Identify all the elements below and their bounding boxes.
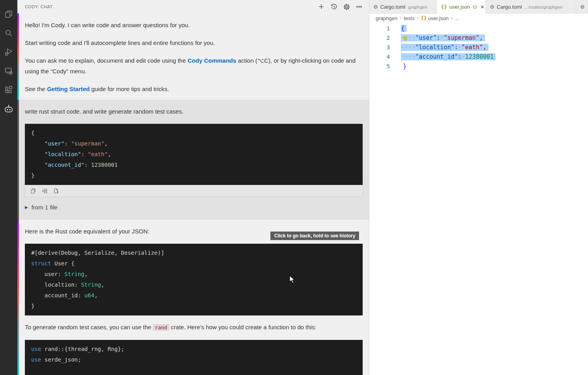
assistant-message-response: Here is the Rust code equivalent of your… [17,220,369,375]
breadcrumb-user-json[interactable]: {} user.json [421,15,449,21]
git-untracked-badge: U [473,4,477,10]
cody-chat-panel: CODY: CHAT Hello! I'm Cody. I can write … [17,0,369,375]
search-icon[interactable] [0,24,17,43]
line-number: 4 [369,52,401,62]
settings-gear-icon[interactable] [342,2,351,11]
assistant-message-intro: Hello! I'm Cody. I can write code and an… [17,13,369,100]
line-number: 3 [369,43,401,52]
history-icon[interactable] [330,2,338,11]
editor-line-3[interactable]: 3 ····"localtion":·"eath", [369,43,588,52]
json-file-icon: {} [421,15,426,21]
editor-content[interactable]: 1 { 2 ····"user":·"superman", 3 ····"loc… [369,22,588,375]
tab-user-json[interactable]: {} user.json U ✕ [437,0,486,14]
save-to-new-file-icon[interactable] [52,187,60,195]
inline-link[interactable]: Getting Started [47,86,90,92]
tab-partial[interactable]: ⚙ [576,0,588,14]
json-file-icon: {} [441,4,447,10]
code-block-toolbar [25,185,363,197]
mouse-cursor [289,275,297,285]
rust-code-block: #[derive(Debug, Serialize, Deserialize)]… [25,244,363,315]
copy-code-icon[interactable] [29,187,37,195]
breadcrumb-graphgen[interactable]: graphgen [376,15,397,21]
editor-group: ⚙ Cargo.toml graphgen {} user.json U ✕ ⚙… [369,0,588,375]
more-actions-icon[interactable] [355,2,363,11]
run-and-debug-icon[interactable] [0,43,17,62]
context-files-expander[interactable]: ▶ from 1 file [25,202,363,213]
chevron-right-icon: › [451,15,453,21]
tab-cargo-toml-graphgen[interactable]: ⚙ Cargo.toml graphgen [369,0,437,14]
tab-cargo-toml-crates[interactable]: ⚙ Cargo.toml .../crates/graphgen [486,0,576,14]
chat-panel-title: CODY: CHAT [25,4,317,9]
navigate-back-tooltip: Click to go back, hold to see history [270,231,359,240]
expander-label: from 1 file [32,202,58,213]
close-tab-icon[interactable]: ✕ [480,4,484,10]
insert-at-cursor-icon[interactable] [41,187,49,195]
breadcrumb-tests[interactable]: tests [404,15,414,21]
line-number: 2 [369,33,401,43]
chevron-right-icon: › [417,15,418,21]
inline-code: rand [153,324,169,331]
response-paragraph-2: To generate random test cases, you can u… [25,322,363,333]
cargo-toml-icon: ⚙ [580,4,585,10]
intro-paragraph-4: See the Getting Started guide for more t… [25,84,363,94]
chat-panel-header: CODY: CHAT [17,0,369,13]
inline-link[interactable]: Cody Commands [187,57,236,64]
intro-paragraph-2: Start writing code and I'll autocomplete… [25,37,363,48]
chevron-right-icon: › [400,15,401,21]
editor-line-2[interactable]: 2 ····"user":·"superman", [369,33,588,43]
line-number: 1 [369,24,401,33]
new-chat-icon[interactable] [317,2,326,11]
cargo-toml-icon: ⚙ [490,4,494,10]
breadcrumb-symbol-ellipsis[interactable]: ... [455,15,459,21]
intro-paragraph-3: You can ask me to explain, document and … [25,55,363,76]
rand-code-block: use rand::{thread_rng, Rng}; use serde_j… [25,340,363,375]
intro-paragraph-1: Hello! I'm Cody. I can write code and an… [25,20,363,30]
cargo-toml-icon: ⚙ [373,4,378,10]
lightbulb-code-action-icon[interactable] [403,35,408,41]
line-number: 5 [369,62,401,71]
expander-arrow-icon: ▶ [25,202,28,213]
activity-bar [0,0,17,375]
cody-icon[interactable] [0,99,17,118]
human-message: write rust struct code. and write genera… [17,100,369,220]
editor-line-4[interactable]: 4 ····"account_id":·12380001 [369,52,588,62]
editor-tab-bar: ⚙ Cargo.toml graphgen {} user.json U ✕ ⚙… [369,0,588,14]
human-message-text: write rust struct code. and write genera… [25,106,363,117]
extensions-icon[interactable] [0,80,17,99]
explorer-icon[interactable] [0,5,17,24]
breadcrumb: graphgen › tests › {} user.json › ... [369,14,588,22]
editor-line-1[interactable]: 1 { [369,24,588,33]
remote-explorer-icon[interactable] [0,62,17,80]
json-code-block: { "user": "superman", "localtion": "eath… [25,124,363,185]
editor-line-5[interactable]: 5 } [369,62,588,71]
